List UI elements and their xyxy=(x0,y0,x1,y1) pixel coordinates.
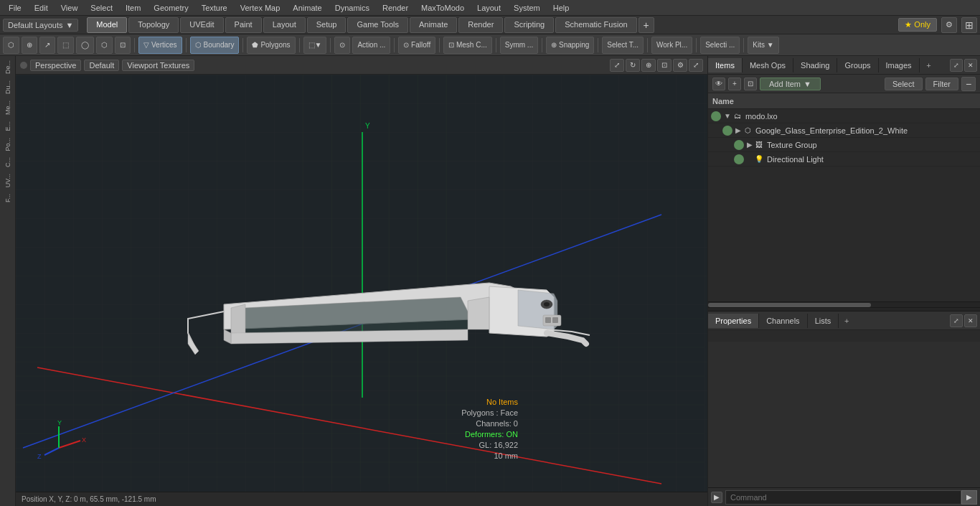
list-item[interactable]: ▶ 💡 Directional Light xyxy=(708,152,980,167)
symm-btn[interactable]: Symm ... xyxy=(500,37,538,54)
lasso-btn[interactable]: ⬡ xyxy=(96,37,113,54)
command-input[interactable] xyxy=(725,490,961,505)
menu-system[interactable]: System xyxy=(508,2,546,14)
tab-setup[interactable]: Setup xyxy=(307,17,347,33)
sidebar-label-e[interactable]: E... xyxy=(3,118,13,134)
menu-geometry[interactable]: Geometry xyxy=(148,2,194,14)
items-list[interactable]: ▼ 🗂 modo.lxo ▶ ⬡ Google_Glass_Enterprise… xyxy=(708,109,980,301)
tab-topology[interactable]: Topology xyxy=(128,17,179,33)
menu-maxtomodo[interactable]: MaxToModo xyxy=(415,2,470,14)
sidebar-label-uv[interactable]: UV... xyxy=(3,171,13,190)
tab-animate[interactable]: Animate xyxy=(410,17,457,33)
viewport-dot[interactable] xyxy=(20,62,27,69)
select-button[interactable]: Select xyxy=(885,78,923,90)
polygons-btn[interactable]: ⬟ Polygons xyxy=(247,37,295,54)
tab-schematic-fusion[interactable]: Schematic Fusion xyxy=(555,17,636,33)
tab-paint[interactable]: Paint xyxy=(225,17,262,33)
menu-help[interactable]: Help xyxy=(547,2,575,14)
action-btn[interactable]: ⊙ xyxy=(334,37,350,54)
sidebar-label-f[interactable]: F... xyxy=(3,191,13,205)
add-item-button[interactable]: Add Item ▼ xyxy=(760,78,821,90)
expand-arrow-icon[interactable]: ▶ xyxy=(747,141,753,149)
item-visibility-dot[interactable] xyxy=(722,126,732,136)
menu-edit[interactable]: Edit xyxy=(29,2,54,14)
look-icon[interactable]: ⤢ xyxy=(610,59,624,72)
tab-layout[interactable]: Layout xyxy=(263,17,306,33)
right-expand-icon[interactable]: ⤢ xyxy=(950,59,963,72)
viewport-canvas[interactable]: Y No Items Polygons : Face Channels: 0 D… xyxy=(16,75,707,492)
command-history-icon[interactable]: ▶ xyxy=(711,492,722,503)
expand-arrow-icon[interactable]: ▼ xyxy=(724,112,731,120)
tab-scripting[interactable]: Scripting xyxy=(504,17,554,33)
tab-uvedit[interactable]: UVEdit xyxy=(180,17,223,33)
snapping-btn[interactable]: ⊕ Snapping xyxy=(546,37,594,54)
vertices-btn[interactable]: ▽ Vertices xyxy=(138,37,182,54)
work-pl-btn[interactable]: Work Pl... xyxy=(651,37,692,54)
tab-images[interactable]: Images xyxy=(879,58,920,72)
sidebar-label-po[interactable]: Po... xyxy=(3,135,13,154)
tab-properties[interactable]: Properties xyxy=(708,314,759,328)
sidebar-label-du[interactable]: Du... xyxy=(3,78,13,97)
menu-select[interactable]: Select xyxy=(85,2,118,14)
action-label-btn[interactable]: Action ... xyxy=(352,37,390,54)
menu-animate[interactable]: Animate xyxy=(287,2,327,14)
item-visibility-dot[interactable] xyxy=(734,154,744,164)
sidebar-label-me[interactable]: Me... xyxy=(3,98,13,118)
camera-dropdown[interactable]: Perspective xyxy=(30,60,81,71)
zoom-icon[interactable]: ⊕ xyxy=(641,59,656,72)
item-visibility-dot[interactable] xyxy=(711,111,721,121)
mesh-c-btn[interactable]: ⊡ Mesh C... xyxy=(443,37,492,54)
select-arrow-btn[interactable]: ↗ xyxy=(39,37,55,54)
camera-icon[interactable]: ⊡ xyxy=(657,59,672,72)
hscroll-thumb[interactable] xyxy=(708,303,871,307)
transform-btn[interactable]: ⊕ xyxy=(22,37,37,54)
menu-layout[interactable]: Layout xyxy=(471,2,507,14)
item-visibility-dot[interactable] xyxy=(734,140,744,150)
items-filter-icon[interactable]: ⊡ xyxy=(744,78,757,90)
tab-model[interactable]: Model xyxy=(87,17,127,33)
tab-mesh-ops[interactable]: Mesh Ops xyxy=(743,58,793,72)
filter-button[interactable]: Filter xyxy=(925,78,958,90)
list-item[interactable]: ▶ ⬡ Google_Glass_Enterprise_Edition_2_Wh… xyxy=(708,123,980,138)
circle-select-btn[interactable]: ◯ xyxy=(76,37,94,54)
tab-channels[interactable]: Channels xyxy=(759,314,807,328)
command-go-btn[interactable]: ▶ xyxy=(961,490,977,505)
expand-arrow-icon[interactable]: ▶ xyxy=(735,126,741,134)
menu-texture[interactable]: Texture xyxy=(196,2,233,14)
tab-render[interactable]: Render xyxy=(458,17,503,33)
list-item[interactable]: ▼ 🗂 modo.lxo xyxy=(708,109,980,123)
select-t-btn[interactable]: Select T... xyxy=(602,37,644,54)
items-scrollbar[interactable] xyxy=(708,301,980,307)
layout-dropdown[interactable]: Default Layouts ▼ xyxy=(3,19,78,32)
rotate-icon[interactable]: ↻ xyxy=(626,59,640,72)
menu-view[interactable]: View xyxy=(55,2,84,14)
menu-file[interactable]: File xyxy=(3,2,27,14)
properties-close-icon[interactable]: ✕ xyxy=(964,314,977,327)
tab-lists[interactable]: Lists xyxy=(808,314,839,328)
menu-dynamics[interactable]: Dynamics xyxy=(329,2,375,14)
tab-add-btn[interactable]: + xyxy=(639,17,654,33)
star-only-btn[interactable]: ★ Only xyxy=(898,18,937,32)
tab-game-tools[interactable]: Game Tools xyxy=(347,17,408,33)
box-select-btn[interactable]: ⬚ xyxy=(57,37,74,54)
list-item[interactable]: ▶ 🖼 Texture Group xyxy=(708,138,980,152)
maximize-icon[interactable]: ⊞ xyxy=(961,17,977,33)
tab-groups[interactable]: Groups xyxy=(837,58,878,72)
shading-dropdown[interactable]: Default xyxy=(84,60,119,71)
minus-button[interactable]: − xyxy=(961,77,976,91)
menu-item[interactable]: Item xyxy=(120,2,146,14)
menu-render[interactable]: Render xyxy=(377,2,414,14)
texture-dropdown[interactable]: Viewport Textures xyxy=(122,60,194,71)
boundary-btn[interactable]: ⬡ Boundary xyxy=(190,37,240,54)
sidebar-label-de[interactable]: De... xyxy=(3,57,13,77)
tab-add-right[interactable]: + xyxy=(921,57,937,73)
kits-btn[interactable]: Kits ▼ xyxy=(748,37,778,54)
expand-icon[interactable]: ⤢ xyxy=(689,59,703,72)
mesh-type-btn[interactable]: ⬚▼ xyxy=(303,37,327,54)
items-add-icon[interactable]: + xyxy=(728,78,741,90)
tab-items[interactable]: Items xyxy=(708,58,743,72)
falloff-btn[interactable]: ⊙ Falloff xyxy=(398,37,435,54)
settings-icon[interactable]: ⚙ xyxy=(673,59,687,72)
selecti-btn[interactable]: Selecti ... xyxy=(700,37,740,54)
menu-vertex-map[interactable]: Vertex Map xyxy=(235,2,286,14)
